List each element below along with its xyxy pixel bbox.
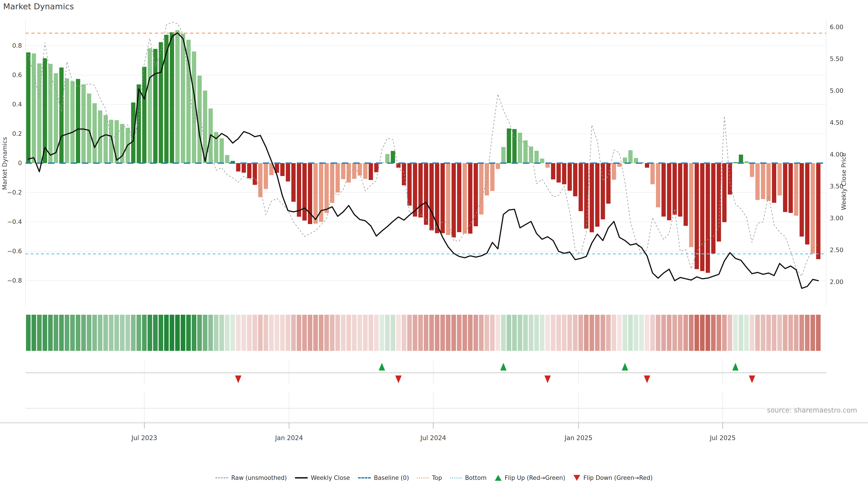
oscillator-bar bbox=[557, 163, 561, 183]
heatmap-cell bbox=[706, 315, 710, 351]
legend-item-flip-up-label: Flip Up (Red→Green) bbox=[505, 475, 565, 481]
heatmap-cell bbox=[506, 315, 511, 351]
chart-legend: Raw (unsmoothed)Weekly CloseBaseline (0)… bbox=[0, 475, 868, 481]
oscillator-bar bbox=[176, 30, 180, 163]
right-axis-tick-label: 3.00 bbox=[830, 215, 843, 222]
oscillator-bar bbox=[590, 163, 594, 232]
heatmap-cell bbox=[761, 315, 765, 351]
heatmap-cell bbox=[623, 315, 627, 351]
heatmap-cell bbox=[573, 315, 578, 351]
heatmap-cell bbox=[750, 315, 754, 351]
heatmap-cell bbox=[203, 315, 207, 351]
heatmap-cell bbox=[114, 315, 119, 351]
oscillator-bar bbox=[324, 163, 329, 213]
heatmap-cell bbox=[683, 315, 688, 351]
heatmap-cell bbox=[678, 315, 682, 351]
heatmap-cell bbox=[302, 315, 307, 351]
oscillator-bar bbox=[247, 163, 251, 178]
oscillator-bar bbox=[70, 81, 74, 163]
heatmap-cell bbox=[490, 315, 495, 351]
oscillator-bar bbox=[148, 48, 152, 163]
oscillator-bar bbox=[700, 163, 704, 271]
left-axis-tick-label: −0.8 bbox=[7, 277, 22, 284]
legend-item-raw-label: Raw (unsmoothed) bbox=[231, 475, 287, 481]
legend-item-bottom-label: Bottom bbox=[465, 475, 487, 481]
legend-item-baseline-swatch bbox=[358, 477, 371, 479]
legend-item-flip-down-label: Flip Down (Green→Red) bbox=[583, 475, 653, 481]
weekly-close-line bbox=[28, 33, 818, 288]
heatmap-cell bbox=[175, 315, 180, 351]
right-axis-tick-label: 6.00 bbox=[830, 24, 843, 31]
heatmap-cell bbox=[109, 315, 114, 351]
heatmap-cell bbox=[87, 315, 91, 351]
oscillator-bar bbox=[706, 163, 710, 273]
heatmap-cell bbox=[727, 315, 732, 351]
heatmap-cell bbox=[275, 315, 279, 351]
heatmap-cell bbox=[385, 315, 390, 351]
right-axis-tick-label: 3.50 bbox=[830, 183, 843, 190]
oscillator-bar bbox=[673, 163, 677, 215]
flip-up-marker bbox=[379, 363, 385, 370]
heatmap-cell bbox=[103, 315, 108, 351]
heatmap-cell bbox=[70, 315, 75, 351]
heatmap-cell bbox=[783, 315, 787, 351]
flip-down-marker bbox=[545, 376, 551, 383]
oscillator-bar bbox=[584, 163, 588, 229]
heatmap-cell bbox=[485, 315, 489, 351]
left-axis-tick-label: −0.4 bbox=[7, 218, 22, 225]
oscillator-bar bbox=[667, 163, 671, 220]
heatmap-cell bbox=[54, 315, 58, 351]
oscillator-bar bbox=[225, 155, 229, 163]
heatmap-cell bbox=[805, 315, 809, 351]
heatmap-cell bbox=[136, 315, 141, 351]
oscillator-bar bbox=[103, 115, 108, 163]
heatmap-cell bbox=[446, 315, 450, 351]
left-axis-tick-label: −0.6 bbox=[7, 248, 22, 255]
oscillator-bar bbox=[733, 162, 738, 163]
oscillator-bar bbox=[523, 140, 528, 163]
heatmap-cell bbox=[689, 315, 693, 351]
heatmap-cell bbox=[794, 315, 798, 351]
oscillator-bar bbox=[76, 79, 80, 163]
legend-item-bottom: Bottom bbox=[450, 475, 487, 481]
oscillator-bar bbox=[805, 163, 809, 245]
oscillator-bar bbox=[137, 85, 141, 163]
heatmap-cell bbox=[424, 315, 428, 351]
oscillator-bar bbox=[650, 163, 655, 184]
heatmap-cell bbox=[606, 315, 611, 351]
heatmap-cell bbox=[396, 315, 401, 351]
oscillator-bar bbox=[341, 163, 345, 179]
heatmap-cell bbox=[755, 315, 760, 351]
heatmap-cell bbox=[230, 315, 235, 351]
oscillator-bar bbox=[794, 163, 798, 216]
heatmap-cell bbox=[673, 315, 677, 351]
oscillator-bar bbox=[661, 163, 666, 217]
heatmap-cell bbox=[241, 315, 246, 351]
oscillator-bar bbox=[595, 163, 599, 227]
heatmap-cell bbox=[435, 315, 439, 351]
heatmap-cell bbox=[600, 315, 605, 351]
heatmap-cell bbox=[518, 315, 522, 351]
left-axis-tick-label: −0.2 bbox=[7, 189, 22, 196]
x-axis-tick-label: Jul 2024 bbox=[420, 434, 446, 442]
heatmap-cell bbox=[352, 315, 356, 351]
heatmap-cell bbox=[181, 315, 185, 351]
heatmap-cell bbox=[125, 315, 130, 351]
oscillator-bar bbox=[236, 163, 240, 171]
oscillator-bar bbox=[286, 163, 290, 182]
legend-item-weekly-close-swatch bbox=[295, 477, 308, 479]
left-axis-tick-label: 0.4 bbox=[12, 101, 22, 108]
heatmap-cell bbox=[59, 315, 64, 351]
oscillator-bar bbox=[534, 151, 539, 163]
heatmap-cell bbox=[661, 315, 666, 351]
x-axis: Jul 2023Jan 2024Jul 2024Jan 2025Jul 2025 bbox=[0, 423, 868, 442]
oscillator-bar bbox=[65, 78, 69, 163]
oscillator-bar bbox=[750, 163, 754, 177]
heatmap-cell bbox=[628, 315, 633, 351]
oscillator-bar bbox=[264, 163, 268, 189]
oscillator-bar bbox=[744, 161, 749, 163]
heatmap-cell bbox=[269, 315, 274, 351]
oscillator-bar bbox=[313, 163, 318, 224]
legend-item-flip-down-swatch bbox=[574, 475, 580, 481]
heatmap-cell bbox=[159, 315, 163, 351]
